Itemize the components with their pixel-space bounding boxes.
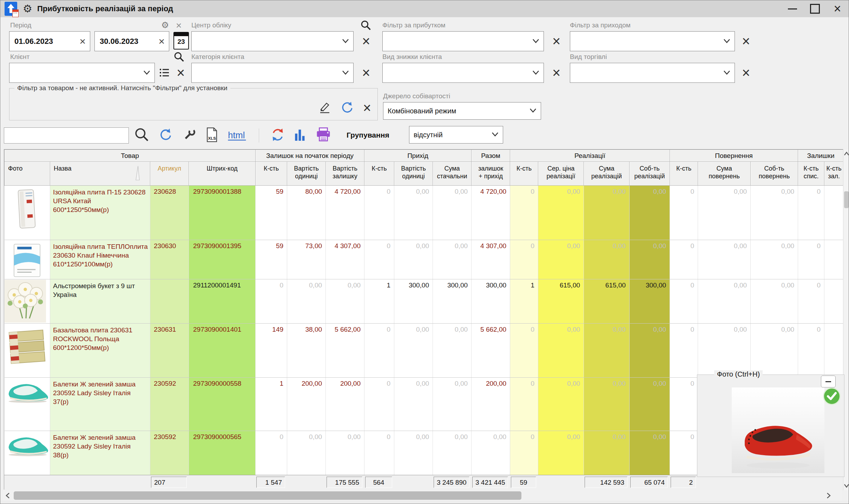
barcode-cell[interactable]: 2911200001491	[189, 279, 256, 324]
column-header-cell[interactable]: Сума реалізацій	[584, 162, 630, 186]
search-input[interactable]	[4, 127, 129, 144]
search-icon[interactable]	[134, 127, 149, 144]
value-cell[interactable]: 0	[670, 378, 698, 431]
value-cell[interactable]: 0,00	[584, 240, 630, 279]
column-header-cell[interactable]: Сума стачальни	[433, 162, 472, 186]
value-cell[interactable]: 0,00	[433, 378, 472, 431]
product-name-cell[interactable]: Ізоляційна плита П-15 230628 URSA Китай …	[50, 186, 150, 240]
period-to-field[interactable]: 30.06.2023 ×	[94, 31, 169, 51]
maximize-button[interactable]	[804, 0, 826, 17]
value-cell[interactable]: 0,00	[751, 324, 798, 378]
value-cell[interactable]	[824, 240, 843, 279]
column-header-cell[interactable]: Назва	[50, 162, 150, 186]
column-header-cell[interactable]: залишок + прихід	[472, 162, 510, 186]
reload-icon[interactable]	[270, 127, 285, 144]
refresh-filter-icon[interactable]	[341, 100, 354, 115]
column-header-cell[interactable]: Штрих-код	[189, 162, 256, 186]
photo-cell[interactable]	[5, 279, 50, 324]
value-cell[interactable]: 0	[364, 186, 394, 240]
value-cell[interactable]: 0,00	[751, 279, 798, 324]
value-cell[interactable]	[824, 324, 843, 378]
value-cell[interactable]: 200,00	[472, 378, 510, 431]
value-cell[interactable]: 4 307,00	[326, 240, 364, 279]
value-cell[interactable]: 0,00	[698, 186, 751, 240]
product-name-cell[interactable]: Балетки Ж зелений замша 230592 Lady Sisl…	[50, 431, 150, 476]
column-header-cell[interactable]: Соб-ть реалізацій	[630, 162, 670, 186]
table-row[interactable]: Ізоляційна плита П-15 230628 URSA Китай …	[5, 186, 844, 240]
html-export-icon[interactable]: html	[227, 128, 248, 143]
value-cell[interactable]: 0,00	[538, 378, 584, 431]
column-header-cell[interactable]: Сума повернень	[698, 162, 751, 186]
value-cell[interactable]: 0,00	[584, 378, 630, 431]
value-cell[interactable]: 5 662,00	[326, 324, 364, 378]
photo-cell[interactable]	[5, 431, 50, 476]
product-name-cell[interactable]: Ізоляційна плита ТЕПЛОплита 230630 Knauf…	[50, 240, 150, 279]
client-category-combo[interactable]	[191, 63, 354, 83]
value-cell[interactable]: 149	[256, 324, 287, 378]
value-cell[interactable]: 0	[510, 240, 538, 279]
column-header-cell[interactable]: К-сть зал.	[824, 162, 843, 186]
artikul-cell[interactable]: 230628	[150, 186, 189, 240]
value-cell[interactable]: 0,00	[630, 378, 670, 431]
value-cell[interactable]: 4 720,00	[472, 186, 510, 240]
group-header-cell[interactable]: Залишок на початок періоду	[256, 150, 364, 162]
income-filter-clear-icon[interactable]: ×	[742, 34, 750, 48]
artikul-cell[interactable]: 230630	[150, 240, 189, 279]
profit-filter-combo[interactable]	[382, 31, 544, 51]
value-cell[interactable]: 0	[510, 324, 538, 378]
clear-filter-icon[interactable]: ×	[363, 101, 371, 115]
value-cell[interactable]: 0,00	[630, 324, 670, 378]
period-to-clear-icon[interactable]: ×	[154, 36, 169, 47]
value-cell[interactable]: 0	[670, 240, 698, 279]
barcode-cell[interactable]: 2973090000565	[189, 431, 256, 476]
calendar-button[interactable]: 23	[173, 32, 189, 49]
value-cell[interactable]: 300,00	[630, 279, 670, 324]
group-header-cell[interactable]: Товар	[5, 150, 256, 162]
value-cell[interactable]	[824, 186, 843, 240]
value-cell[interactable]: 300,00	[433, 279, 472, 324]
horizontal-scrollbar[interactable]	[3, 490, 842, 501]
trade-type-combo[interactable]	[570, 63, 735, 83]
value-cell[interactable]: 300,00	[472, 279, 510, 324]
vertical-scroll-thumb[interactable]	[844, 191, 849, 208]
artikul-cell[interactable]: 230631	[150, 324, 189, 378]
scroll-left-icon[interactable]	[3, 490, 12, 501]
product-name-cell[interactable]: Базальтова плита 230631 ROCKWOOL Польща …	[50, 324, 150, 378]
value-cell[interactable]: 0,00	[394, 240, 433, 279]
table-row[interactable]: Альстромерія букет з 9 шт Україна2911200…	[5, 279, 844, 324]
barcode-cell[interactable]: 2973090000558	[189, 378, 256, 431]
value-cell[interactable]: 0	[670, 324, 698, 378]
group-header-cell[interactable]: Прихід	[364, 150, 472, 162]
value-cell[interactable]: 0,00	[394, 431, 433, 476]
value-cell[interactable]	[824, 279, 843, 324]
value-cell[interactable]: 1	[256, 378, 287, 431]
value-cell[interactable]: 59	[256, 186, 287, 240]
value-cell[interactable]: 0,00	[287, 431, 326, 476]
table-row[interactable]: Ізоляційна плита ТЕПЛОплита 230630 Knauf…	[5, 240, 844, 279]
value-cell[interactable]: 0	[256, 279, 287, 324]
value-cell[interactable]: 80,00	[287, 186, 326, 240]
chart-icon[interactable]	[294, 128, 306, 143]
photo-panel-minimize-button[interactable]	[821, 376, 836, 387]
column-header-cell[interactable]: Вартість залишку	[326, 162, 364, 186]
refresh-icon[interactable]	[158, 127, 173, 144]
value-cell[interactable]: 4 720,00	[326, 186, 364, 240]
value-cell[interactable]: 1	[364, 279, 394, 324]
discount-type-combo[interactable]	[382, 63, 544, 83]
value-cell[interactable]: 0	[670, 186, 698, 240]
value-cell[interactable]: 0,00	[698, 324, 751, 378]
group-header-cell[interactable]: Разом	[472, 150, 510, 162]
column-header-cell[interactable]: К-сть спис.	[798, 162, 824, 186]
value-cell[interactable]: 38,00	[287, 324, 326, 378]
column-header-cell[interactable]: К-сть	[510, 162, 538, 186]
product-name-cell[interactable]: Альстромерія букет з 9 шт Україна	[50, 279, 150, 324]
barcode-cell[interactable]: 2973090001388	[189, 186, 256, 240]
value-cell[interactable]: 0	[670, 431, 698, 476]
value-cell[interactable]: 0,00	[630, 431, 670, 476]
column-header-cell[interactable]: К-сть	[670, 162, 698, 186]
client-combo[interactable]	[9, 63, 155, 83]
client-clear-icon[interactable]: ×	[177, 66, 185, 80]
center-search-icon[interactable]	[361, 20, 371, 32]
close-button[interactable]: ×	[826, 0, 849, 17]
edit-filter-pencil-icon[interactable]	[318, 100, 331, 115]
